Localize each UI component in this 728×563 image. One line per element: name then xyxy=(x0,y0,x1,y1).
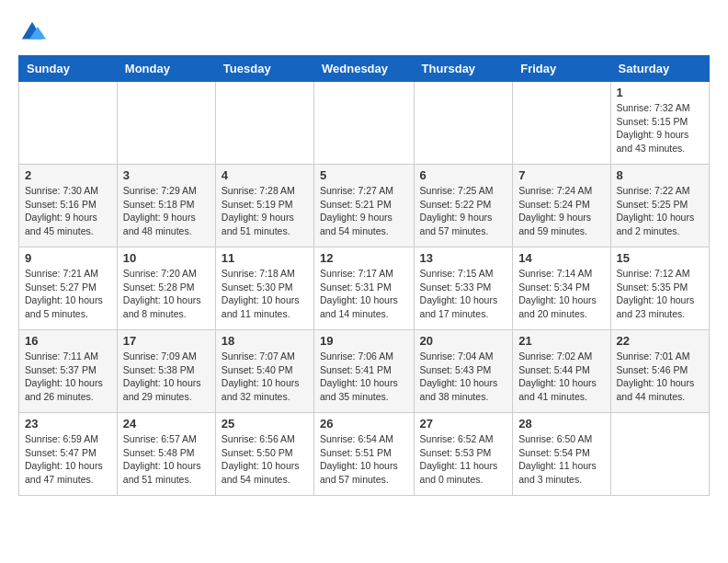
day-number: 24 xyxy=(123,417,210,431)
day-number: 6 xyxy=(420,168,507,182)
day-info: Sunrise: 7:22 AM Sunset: 5:25 PM Dayligh… xyxy=(617,184,703,238)
calendar-cell: 25Sunrise: 6:56 AM Sunset: 5:50 PM Dayli… xyxy=(215,413,313,496)
day-number: 14 xyxy=(518,251,604,265)
calendar-cell xyxy=(314,82,415,165)
calendar-cell: 21Sunrise: 7:02 AM Sunset: 5:44 PM Dayli… xyxy=(513,330,610,413)
day-info: Sunrise: 7:24 AM Sunset: 5:24 PM Dayligh… xyxy=(518,184,604,238)
day-header-tuesday: Tuesday xyxy=(215,56,313,82)
logo-icon xyxy=(18,18,46,46)
day-info: Sunrise: 7:07 AM Sunset: 5:40 PM Dayligh… xyxy=(222,350,308,404)
day-number: 18 xyxy=(222,334,308,348)
day-number: 22 xyxy=(617,334,703,348)
week-row-2: 9Sunrise: 7:21 AM Sunset: 5:27 PM Daylig… xyxy=(19,247,710,330)
day-info: Sunrise: 7:27 AM Sunset: 5:21 PM Dayligh… xyxy=(320,184,408,238)
week-row-4: 23Sunrise: 6:59 AM Sunset: 5:47 PM Dayli… xyxy=(19,413,710,496)
day-number: 4 xyxy=(222,168,308,182)
calendar-cell: 6Sunrise: 7:25 AM Sunset: 5:22 PM Daylig… xyxy=(414,165,513,247)
calendar-cell: 11Sunrise: 7:18 AM Sunset: 5:30 PM Dayli… xyxy=(215,247,313,330)
logo xyxy=(18,18,50,46)
day-number: 16 xyxy=(25,334,111,348)
day-number: 11 xyxy=(222,251,308,265)
day-header-wednesday: Wednesday xyxy=(314,56,415,82)
calendar-cell: 23Sunrise: 6:59 AM Sunset: 5:47 PM Dayli… xyxy=(19,413,118,496)
day-number: 12 xyxy=(320,251,408,265)
day-info: Sunrise: 7:02 AM Sunset: 5:44 PM Dayligh… xyxy=(518,350,604,404)
day-info: Sunrise: 6:50 AM Sunset: 5:54 PM Dayligh… xyxy=(518,432,604,487)
calendar-cell: 26Sunrise: 6:54 AM Sunset: 5:51 PM Dayli… xyxy=(314,413,415,496)
day-number: 20 xyxy=(420,334,507,348)
day-header-sunday: Sunday xyxy=(19,56,118,82)
day-number: 1 xyxy=(617,86,703,99)
day-info: Sunrise: 7:25 AM Sunset: 5:22 PM Dayligh… xyxy=(420,184,507,238)
calendar-header-row: SundayMondayTuesdayWednesdayThursdayFrid… xyxy=(19,56,710,82)
calendar-cell xyxy=(215,82,313,165)
calendar-cell: 3Sunrise: 7:29 AM Sunset: 5:18 PM Daylig… xyxy=(117,165,215,247)
calendar-cell: 7Sunrise: 7:24 AM Sunset: 5:24 PM Daylig… xyxy=(513,165,610,247)
day-header-monday: Monday xyxy=(117,56,215,82)
day-info: Sunrise: 7:21 AM Sunset: 5:27 PM Dayligh… xyxy=(25,267,111,321)
day-number: 25 xyxy=(222,417,308,431)
day-number: 2 xyxy=(25,168,111,182)
day-info: Sunrise: 7:18 AM Sunset: 5:30 PM Dayligh… xyxy=(222,267,308,321)
day-header-saturday: Saturday xyxy=(610,56,709,82)
calendar-cell: 4Sunrise: 7:28 AM Sunset: 5:19 PM Daylig… xyxy=(215,165,313,247)
calendar-cell: 19Sunrise: 7:06 AM Sunset: 5:41 PM Dayli… xyxy=(314,330,415,413)
day-number: 8 xyxy=(617,168,703,182)
day-number: 5 xyxy=(320,168,408,182)
day-info: Sunrise: 7:20 AM Sunset: 5:28 PM Dayligh… xyxy=(123,267,210,321)
calendar-cell: 24Sunrise: 6:57 AM Sunset: 5:48 PM Dayli… xyxy=(117,413,215,496)
calendar-cell xyxy=(117,82,215,165)
day-number: 27 xyxy=(420,417,507,431)
calendar-cell: 16Sunrise: 7:11 AM Sunset: 5:37 PM Dayli… xyxy=(19,330,118,413)
calendar-cell: 28Sunrise: 6:50 AM Sunset: 5:54 PM Dayli… xyxy=(513,413,610,496)
week-row-3: 16Sunrise: 7:11 AM Sunset: 5:37 PM Dayli… xyxy=(19,330,710,413)
calendar-cell: 13Sunrise: 7:15 AM Sunset: 5:33 PM Dayli… xyxy=(414,247,513,330)
week-row-0: 1Sunrise: 7:32 AM Sunset: 5:15 PM Daylig… xyxy=(19,82,710,165)
calendar-table: SundayMondayTuesdayWednesdayThursdayFrid… xyxy=(18,55,710,496)
day-info: Sunrise: 7:06 AM Sunset: 5:41 PM Dayligh… xyxy=(320,350,408,404)
calendar-cell: 8Sunrise: 7:22 AM Sunset: 5:25 PM Daylig… xyxy=(610,165,709,247)
day-info: Sunrise: 7:30 AM Sunset: 5:16 PM Dayligh… xyxy=(25,184,111,238)
calendar-cell: 18Sunrise: 7:07 AM Sunset: 5:40 PM Dayli… xyxy=(215,330,313,413)
calendar-cell xyxy=(610,413,709,496)
day-info: Sunrise: 6:56 AM Sunset: 5:50 PM Dayligh… xyxy=(222,432,308,487)
calendar-cell: 14Sunrise: 7:14 AM Sunset: 5:34 PM Dayli… xyxy=(513,247,610,330)
calendar-cell: 5Sunrise: 7:27 AM Sunset: 5:21 PM Daylig… xyxy=(314,165,415,247)
day-number: 28 xyxy=(518,417,604,431)
day-number: 7 xyxy=(518,168,604,182)
calendar-cell xyxy=(513,82,610,165)
day-info: Sunrise: 7:17 AM Sunset: 5:31 PM Dayligh… xyxy=(320,267,408,321)
day-number: 21 xyxy=(518,334,604,348)
day-info: Sunrise: 6:52 AM Sunset: 5:53 PM Dayligh… xyxy=(420,432,507,487)
day-info: Sunrise: 6:57 AM Sunset: 5:48 PM Dayligh… xyxy=(123,432,210,487)
day-number: 13 xyxy=(420,251,507,265)
day-info: Sunrise: 7:32 AM Sunset: 5:15 PM Dayligh… xyxy=(617,101,703,155)
day-info: Sunrise: 7:09 AM Sunset: 5:38 PM Dayligh… xyxy=(123,350,210,404)
calendar-cell: 9Sunrise: 7:21 AM Sunset: 5:27 PM Daylig… xyxy=(19,247,118,330)
day-info: Sunrise: 7:11 AM Sunset: 5:37 PM Dayligh… xyxy=(25,350,111,404)
day-info: Sunrise: 7:14 AM Sunset: 5:34 PM Dayligh… xyxy=(518,267,604,321)
calendar-cell: 20Sunrise: 7:04 AM Sunset: 5:43 PM Dayli… xyxy=(414,330,513,413)
day-header-thursday: Thursday xyxy=(414,56,513,82)
day-info: Sunrise: 7:29 AM Sunset: 5:18 PM Dayligh… xyxy=(123,184,210,238)
calendar-cell: 27Sunrise: 6:52 AM Sunset: 5:53 PM Dayli… xyxy=(414,413,513,496)
day-number: 3 xyxy=(123,168,210,182)
day-info: Sunrise: 7:01 AM Sunset: 5:46 PM Dayligh… xyxy=(617,350,703,404)
page-header xyxy=(18,18,710,46)
calendar-cell: 17Sunrise: 7:09 AM Sunset: 5:38 PM Dayli… xyxy=(117,330,215,413)
day-number: 23 xyxy=(25,417,111,431)
day-info: Sunrise: 7:04 AM Sunset: 5:43 PM Dayligh… xyxy=(420,350,507,404)
calendar-cell: 15Sunrise: 7:12 AM Sunset: 5:35 PM Dayli… xyxy=(610,247,709,330)
calendar-cell: 1Sunrise: 7:32 AM Sunset: 5:15 PM Daylig… xyxy=(610,82,709,165)
calendar-cell: 2Sunrise: 7:30 AM Sunset: 5:16 PM Daylig… xyxy=(19,165,118,247)
day-info: Sunrise: 6:54 AM Sunset: 5:51 PM Dayligh… xyxy=(320,432,408,487)
calendar-cell: 10Sunrise: 7:20 AM Sunset: 5:28 PM Dayli… xyxy=(117,247,215,330)
calendar-cell xyxy=(19,82,118,165)
calendar-cell xyxy=(414,82,513,165)
day-info: Sunrise: 6:59 AM Sunset: 5:47 PM Dayligh… xyxy=(25,432,111,487)
day-number: 15 xyxy=(617,251,703,265)
day-number: 19 xyxy=(320,334,408,348)
week-row-1: 2Sunrise: 7:30 AM Sunset: 5:16 PM Daylig… xyxy=(19,165,710,247)
day-number: 9 xyxy=(25,251,111,265)
day-info: Sunrise: 7:28 AM Sunset: 5:19 PM Dayligh… xyxy=(222,184,308,238)
